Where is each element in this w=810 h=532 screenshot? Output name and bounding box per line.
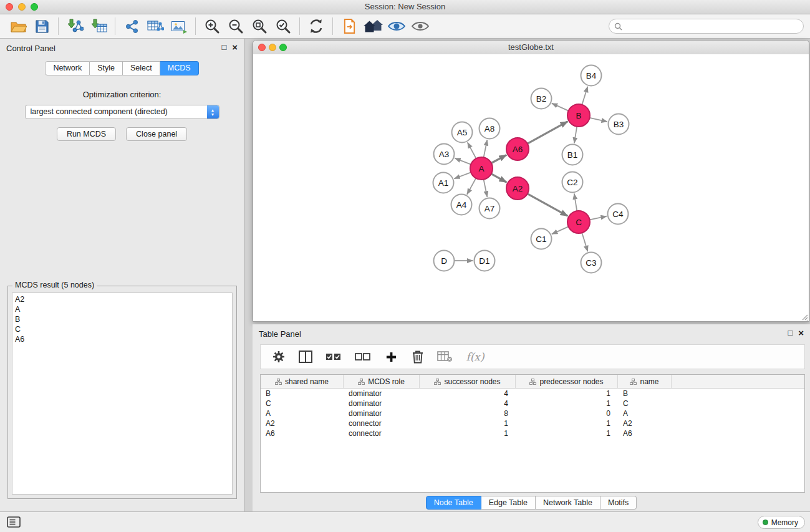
search-box[interactable] <box>609 19 804 34</box>
edge-C-C3[interactable] <box>582 233 587 251</box>
new-network-button[interactable] <box>120 16 143 36</box>
table-row[interactable]: Cdominator41C <box>261 399 804 409</box>
edge-A6-B[interactable] <box>528 122 568 144</box>
zoom-fit-button[interactable] <box>248 16 271 36</box>
delete-table-button[interactable] <box>436 349 453 365</box>
column-header-successor-nodes[interactable]: successor nodes <box>420 375 516 388</box>
graph-node-C[interactable]: C <box>567 211 590 233</box>
search-input[interactable] <box>626 21 798 31</box>
tab-motifs[interactable]: Motifs <box>600 496 637 510</box>
edge-A-A7[interactable] <box>484 180 488 197</box>
function-builder-button[interactable]: f(x) <box>463 349 487 365</box>
close-panel-button[interactable]: Close panel <box>126 127 187 141</box>
deselect-all-button[interactable] <box>354 349 372 365</box>
column-header-shared-name[interactable]: shared name <box>261 375 344 388</box>
import-network-button[interactable] <box>63 16 87 36</box>
network-graph[interactable]: A5A8A3A1A4A7AA6A2B2B4BB3B1C2C4CC1C3DD1 <box>253 54 809 321</box>
edge-C-C2[interactable] <box>574 193 577 211</box>
show-panel-button[interactable] <box>7 516 21 528</box>
tab-edge-table[interactable]: Edge Table <box>481 496 536 510</box>
edge-C-C4[interactable] <box>590 216 607 220</box>
network-window-titlebar[interactable]: testGlobe.txt <box>253 41 809 55</box>
zoom-selected-button[interactable] <box>271 16 295 36</box>
run-mcds-button[interactable]: Run MCDS <box>57 127 116 141</box>
tab-select[interactable]: Select <box>123 61 160 75</box>
graph-node-D[interactable]: D <box>434 251 455 271</box>
open-file-button[interactable] <box>337 16 361 36</box>
graph-node-A5[interactable]: A5 <box>452 122 473 143</box>
graph-node-A8[interactable]: A8 <box>480 118 500 139</box>
float-panel-icon[interactable]: □ <box>221 43 226 51</box>
import-table-button[interactable] <box>87 16 110 36</box>
graph-node-B[interactable]: B <box>567 104 590 127</box>
network-canvas[interactable]: A5A8A3A1A4A7AA6A2B2B4BB3B1C2C4CC1C3DD1 <box>253 54 809 321</box>
graph-node-C1[interactable]: C1 <box>531 229 552 249</box>
edge-A-A1[interactable] <box>454 172 471 178</box>
edge-A-A5[interactable] <box>468 142 476 158</box>
tab-mcds[interactable]: MCDS <box>160 61 199 75</box>
table-row[interactable]: A2connector11A2 <box>261 418 804 428</box>
table-row[interactable]: A6connector11A6 <box>261 428 804 438</box>
edge-A2-C[interactable] <box>528 194 568 216</box>
delete-column-button[interactable] <box>410 349 426 365</box>
tab-node-table[interactable]: Node Table <box>426 496 481 510</box>
criterion-select[interactable]: largest connected component (directed) ▲… <box>25 105 219 119</box>
graph-node-D1[interactable]: D1 <box>475 251 495 271</box>
edge-B-B3[interactable] <box>590 118 607 122</box>
refresh-button[interactable] <box>304 16 328 36</box>
result-item[interactable]: A2 <box>15 294 229 304</box>
graph-node-C3[interactable]: C3 <box>581 253 602 273</box>
graph-node-C4[interactable]: C4 <box>608 204 629 225</box>
float-table-panel-icon[interactable]: □ <box>788 329 793 337</box>
new-table-button[interactable] <box>143 16 167 36</box>
zoom-in-button[interactable] <box>200 16 224 36</box>
result-item[interactable]: C <box>15 324 229 334</box>
open-session-button[interactable] <box>6 16 30 36</box>
column-header-predecessor-nodes[interactable]: predecessor nodes <box>516 375 618 388</box>
memory-button[interactable]: Memory <box>758 516 805 529</box>
table-row[interactable]: Bdominator41B <box>261 389 804 399</box>
graph-node-A7[interactable]: A7 <box>480 198 500 219</box>
mcds-result-list[interactable]: A2ABCA6 <box>12 293 233 495</box>
graph-node-B2[interactable]: B2 <box>531 89 552 109</box>
edge-A-A8[interactable] <box>484 140 488 157</box>
edge-A-A3[interactable] <box>455 158 471 165</box>
edge-B-B4[interactable] <box>582 87 587 105</box>
graph-node-B1[interactable]: B1 <box>562 145 583 165</box>
column-header-mcds-role[interactable]: MCDS role <box>344 375 420 388</box>
graph-node-A1[interactable]: A1 <box>433 173 454 193</box>
tab-network-table[interactable]: Network Table <box>536 496 600 510</box>
edge-A-A6[interactable] <box>491 155 506 163</box>
table-settings-button[interactable] <box>271 349 287 365</box>
close-table-panel-icon[interactable]: × <box>798 329 804 337</box>
show-columns-button[interactable] <box>297 349 314 365</box>
save-session-button[interactable] <box>30 16 54 36</box>
style-button[interactable] <box>385 16 408 36</box>
close-panel-icon[interactable]: × <box>232 43 238 51</box>
graph-node-C2[interactable]: C2 <box>562 172 583 193</box>
result-item[interactable]: A6 <box>15 334 229 344</box>
edge-B-B2[interactable] <box>552 104 569 111</box>
result-item[interactable]: A <box>15 304 229 314</box>
home-button[interactable] <box>361 16 385 36</box>
show-hide-button[interactable] <box>408 16 432 36</box>
edge-A-A2[interactable] <box>491 174 507 183</box>
export-image-button[interactable] <box>167 16 191 36</box>
tab-style[interactable]: Style <box>90 61 123 75</box>
add-column-button[interactable] <box>383 349 399 365</box>
table-row[interactable]: Adominator80A <box>261 409 804 418</box>
tab-network[interactable]: Network <box>45 61 90 75</box>
edge-A-A4[interactable] <box>467 178 476 195</box>
zoom-out-button[interactable] <box>224 16 248 36</box>
graph-node-B3[interactable]: B3 <box>609 114 629 135</box>
graph-node-A4[interactable]: A4 <box>451 195 472 215</box>
select-all-button[interactable] <box>324 349 343 365</box>
graph-node-A6[interactable]: A6 <box>506 138 529 160</box>
result-item[interactable]: B <box>15 314 229 324</box>
edge-B-B1[interactable] <box>574 127 577 143</box>
resize-grip-icon[interactable] <box>801 313 808 321</box>
graph-node-A2[interactable]: A2 <box>506 177 529 200</box>
graph-node-A3[interactable]: A3 <box>434 144 455 165</box>
column-header-name[interactable]: name <box>618 375 672 388</box>
edge-C-C1[interactable] <box>552 226 569 234</box>
